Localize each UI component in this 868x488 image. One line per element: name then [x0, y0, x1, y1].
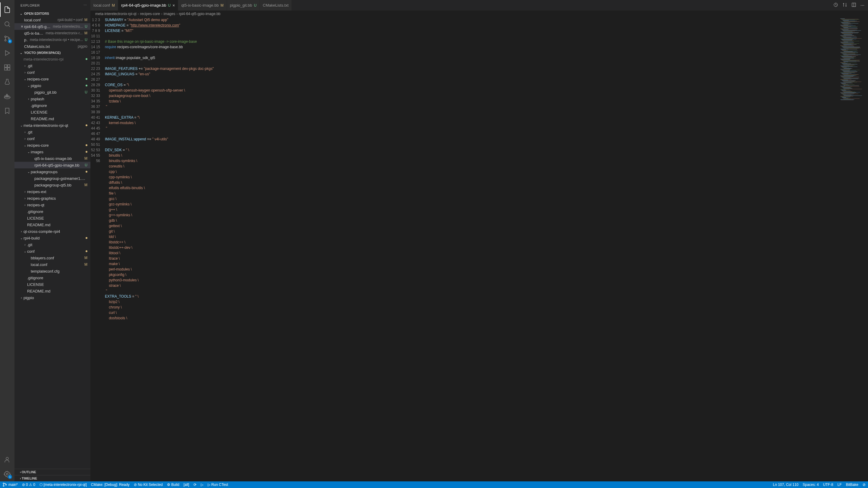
- chevron-icon[interactable]: ›: [19, 230, 24, 233]
- bookmark-icon[interactable]: [0, 104, 14, 118]
- open-editors-header[interactable]: ⌄OPEN EDITORS: [14, 10, 90, 17]
- account-icon[interactable]: [0, 452, 14, 467]
- close-icon[interactable]: ×: [173, 3, 175, 8]
- tree-item[interactable]: ⌄recipes-core: [14, 142, 90, 149]
- tab[interactable]: CMakeLists.txt: [260, 0, 292, 10]
- chevron-icon[interactable]: ⌄: [23, 250, 27, 253]
- status-item[interactable]: CMake: [Debug]: Ready: [91, 482, 130, 487]
- tree-item[interactable]: .gitignore: [14, 102, 90, 109]
- tree-item[interactable]: ⌄recipes-core: [14, 76, 90, 82]
- tree-item[interactable]: ›.git: [14, 241, 90, 248]
- tree-item[interactable]: LICENSE: [14, 109, 90, 116]
- status-item[interactable]: ⊘ No Kit Selected: [134, 482, 163, 487]
- diff-icon[interactable]: [842, 2, 847, 8]
- tree-item[interactable]: ⌄rpi4-build: [14, 235, 90, 241]
- breadcrumb-segment[interactable]: rpi4-64-qt5-gpio-image.bb: [179, 12, 220, 16]
- chevron-icon[interactable]: ›: [23, 71, 27, 74]
- tree-item[interactable]: ›recipes-qt: [14, 201, 90, 208]
- tree-item[interactable]: qt5-ix-basic-image.bbM: [14, 155, 90, 162]
- tree-item[interactable]: ›psplash: [14, 96, 90, 102]
- tree-item[interactable]: ⌄images: [14, 149, 90, 155]
- tree-item[interactable]: ›recipes-graphics: [14, 195, 90, 201]
- run-debug-icon[interactable]: [0, 46, 14, 60]
- tree-item[interactable]: ⌄meta-interelectronix-rpi-qt: [14, 122, 90, 129]
- chevron-icon[interactable]: ›: [27, 97, 31, 101]
- split-icon[interactable]: [851, 2, 856, 8]
- status-item[interactable]: ⟳: [193, 482, 196, 487]
- chevron-icon[interactable]: ⌄: [27, 84, 31, 87]
- workspace-header[interactable]: ⌄YOCTO (WORKSPACE): [14, 50, 90, 56]
- tab[interactable]: rpi4-64-qt5-gpio-image.bbU×: [118, 0, 178, 10]
- open-editor-item[interactable]: qt5-ix-basic-image.bbmeta-interelectroni…: [14, 30, 90, 36]
- tree-item[interactable]: ⌄pigpio: [14, 82, 90, 89]
- tree-item[interactable]: ›qt-cross-compile-rpi4: [14, 228, 90, 235]
- docker-icon[interactable]: [0, 89, 14, 104]
- tree-item[interactable]: .gitignore: [14, 208, 90, 215]
- tab[interactable]: local.confM: [90, 0, 118, 10]
- chevron-icon[interactable]: ›: [23, 137, 27, 140]
- status-item[interactable]: ⚙ Build: [167, 482, 179, 487]
- status-item[interactable]: LF: [838, 483, 842, 487]
- tree-item[interactable]: ⌄packagegroups: [14, 168, 90, 175]
- open-editor-item[interactable]: local.confrpi4-build • confM: [14, 17, 90, 23]
- tree-item[interactable]: ›conf: [14, 135, 90, 142]
- chevron-icon[interactable]: ⌄: [23, 144, 27, 147]
- editor[interactable]: 1 2 3 4 5 6 7 8 9 10 11 12 13 14 15 16 1…: [90, 17, 868, 481]
- tree-item[interactable]: LICENSE: [14, 281, 90, 288]
- minimap[interactable]: [839, 17, 868, 481]
- status-item[interactable]: ⊘ 0 ⚠ 0: [22, 482, 35, 487]
- tab[interactable]: pigpio_git.bbU: [227, 0, 260, 10]
- chevron-icon[interactable]: ›: [23, 190, 27, 193]
- chevron-icon[interactable]: ›: [23, 203, 27, 207]
- chevron-icon[interactable]: ⌄: [27, 170, 31, 173]
- breadcrumb-segment[interactable]: images: [164, 12, 176, 16]
- breadcrumb-segment[interactable]: recipes-core: [140, 12, 160, 16]
- status-item[interactable]: [all]: [184, 482, 189, 487]
- tree-item[interactable]: meta-interelectronix-rpi: [14, 56, 90, 62]
- chevron-icon[interactable]: ⌄: [23, 77, 27, 81]
- tree-item[interactable]: README.md: [14, 116, 90, 122]
- open-editor-item[interactable]: CMakeLists.txtpigpio: [14, 43, 90, 50]
- tab[interactable]: qt5-ix-basic-image.bbM: [178, 0, 227, 10]
- status-item[interactable]: ⊘: [863, 483, 866, 487]
- explorer-icon[interactable]: [0, 2, 14, 17]
- tree-item[interactable]: ›.git: [14, 129, 90, 135]
- timeline-header[interactable]: ›TIMELINE: [14, 475, 90, 481]
- tree-item[interactable]: bblayers.confM: [14, 255, 90, 261]
- settings-icon[interactable]: 1: [0, 467, 14, 481]
- code-content[interactable]: SUMMARY = "Autostart Qt5 demo app" HOMEP…: [105, 17, 839, 481]
- status-item[interactable]: BitBake: [846, 483, 858, 487]
- open-editor-item[interactable]: pigpio_git.bbmeta-interelectronix-rpi • …: [14, 36, 90, 43]
- tree-item[interactable]: packagegroup-qt5.bbM: [14, 182, 90, 188]
- tree-item[interactable]: ›recipes-ext: [14, 188, 90, 195]
- chevron-icon[interactable]: ›: [23, 64, 27, 67]
- tree-item[interactable]: README.md: [14, 288, 90, 294]
- status-item[interactable]: main*: [2, 482, 18, 487]
- tree-item[interactable]: rpi4-64-qt5-gpio-image.bbU: [14, 162, 90, 168]
- testing-icon[interactable]: [0, 75, 14, 89]
- tree-item[interactable]: ⌄conf: [14, 248, 90, 255]
- open-editor-item[interactable]: ×rpi4-64-qt5-gpio-image.bbmeta-interelec…: [14, 23, 90, 30]
- tree-item[interactable]: .gitignore: [14, 274, 90, 281]
- status-item[interactable]: Ln 107, Col 110: [773, 483, 799, 487]
- tree-item[interactable]: README.md: [14, 221, 90, 228]
- tree-item[interactable]: ›pigpio: [14, 294, 90, 301]
- chevron-icon[interactable]: ›: [23, 197, 27, 200]
- more-tabs-icon[interactable]: ⋯: [861, 3, 864, 7]
- tree-item[interactable]: templateconf.cfg: [14, 268, 90, 274]
- compare-icon[interactable]: [833, 2, 838, 8]
- status-item[interactable]: Spaces: 4: [803, 483, 818, 487]
- search-icon[interactable]: [0, 17, 14, 31]
- tree-item[interactable]: ›conf: [14, 69, 90, 76]
- chevron-icon[interactable]: ›: [23, 130, 27, 134]
- status-item[interactable]: ▷ Run CTest: [208, 482, 228, 487]
- chevron-icon[interactable]: ›: [19, 296, 24, 299]
- status-item[interactable]: ▷: [201, 482, 204, 487]
- tree-item[interactable]: ›.git: [14, 62, 90, 69]
- breadcrumbs[interactable]: meta-interelectronix-rpi-qt›recipes-core…: [90, 10, 868, 17]
- chevron-icon[interactable]: ⌄: [27, 150, 31, 154]
- chevron-icon[interactable]: ⌄: [19, 236, 24, 240]
- breadcrumb-segment[interactable]: meta-interelectronix-rpi-qt: [95, 12, 136, 16]
- tree-item[interactable]: LICENSE: [14, 215, 90, 221]
- more-icon[interactable]: ⋯: [84, 3, 87, 7]
